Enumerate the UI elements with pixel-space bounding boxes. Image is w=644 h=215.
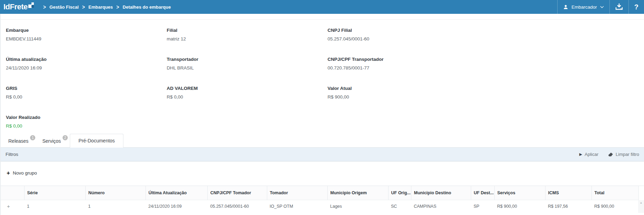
table-row: + 1 1 24/11/2020 16:09 05.257.045/0001-6… (1, 200, 639, 213)
cell-ultima-atualizacao: 24/11/2020 16:09 (146, 200, 207, 213)
tab-label: Releases (8, 138, 28, 144)
field-label: Valor Atual (328, 86, 478, 91)
filters-bar: Filtros ▶ Aplicar Limpar filtro (1, 148, 644, 161)
field-value: DHL BRASIL (167, 65, 317, 71)
breadcrumb-embarques[interactable]: Embarques (88, 4, 113, 10)
field-gris: GRIS R$ 0,00 (1, 81, 161, 110)
column-ultima-atualizacao[interactable]: Última Atualização (146, 186, 207, 200)
table-scrollbar[interactable]: ▲ (638, 200, 644, 213)
field-value: EMBDEV.111449 (6, 36, 156, 41)
column-expand (1, 186, 24, 200)
column-municipio-destino[interactable]: Municipio Destino (411, 186, 471, 200)
new-group-button[interactable]: + Novo grupo (7, 170, 37, 176)
column-servicos[interactable]: Serviços (494, 186, 545, 200)
field-label: Transportador (167, 57, 317, 62)
field-value: 05.257.045/0001-60 (328, 36, 478, 41)
tab-pre-documentos[interactable]: Pré-Documentos (70, 134, 123, 148)
play-icon: ▶ (579, 152, 582, 157)
tab-label: Serviços (42, 138, 61, 144)
field-label: Filial (167, 28, 317, 33)
apply-filter-button[interactable]: ▶ Aplicar (579, 152, 598, 157)
cell-uf-destino: SP (471, 200, 494, 213)
field-value: R$ 900,00 (328, 94, 478, 100)
app-logo[interactable]: IdFrete (3, 0, 34, 14)
plus-icon: + (7, 170, 10, 176)
apply-filter-label: Aplicar (585, 152, 598, 157)
detail-tabs: Releases 1 Serviços 2 Pré-Documentos (1, 134, 644, 148)
shipment-details: Embarque EMBDEV.111449 Filial matriz 12 … (1, 20, 644, 134)
cell-municipio-destino: CAMPINAS (411, 200, 471, 213)
filters-title: Filtros (6, 152, 18, 157)
field-value: R$ 0,00 (167, 94, 317, 100)
chevron-right-icon: > (116, 3, 119, 10)
field-label: Valor Realizado (6, 115, 156, 120)
chevron-right-icon: > (43, 3, 46, 10)
field-label: Última atualização (6, 57, 156, 62)
field-valor-realizado: Valor Realizado R$ 0,00 (1, 110, 161, 134)
clear-filter-button[interactable]: Limpar filtro (608, 152, 639, 157)
chevron-right-icon: > (82, 3, 85, 10)
help-button[interactable]: ? (628, 0, 644, 14)
field-cnpj-cpf-transportador: CNPJ/CPF Transportador 00.720.785/0001-7… (323, 52, 483, 81)
column-cnpj-cpf-tomador[interactable]: CNPJ/CPF Tomador (207, 186, 267, 200)
page-content: Embarque EMBDEV.111449 Filial matriz 12 … (0, 14, 644, 215)
column-total[interactable]: Total (591, 186, 639, 200)
column-icms[interactable]: ICMS (545, 186, 591, 200)
field-valor-atual: Valor Atual R$ 900,00 (323, 81, 483, 110)
breadcrumb: > Gestão Fiscal > Embarques > Detalhes d… (40, 0, 171, 14)
breadcrumb-gestao-fiscal[interactable]: Gestão Fiscal (49, 4, 79, 10)
field-filial: Filial matriz 12 (161, 23, 322, 52)
eraser-icon (608, 152, 613, 157)
user-menu-label: Embarcador (571, 4, 597, 10)
field-label: CNPJ/CPF Transportador (328, 57, 478, 62)
app-logo-text: IdFrete (3, 2, 28, 11)
user-icon (563, 4, 568, 10)
column-numero[interactable]: Número (85, 186, 146, 200)
breadcrumb-detalhes-do-embarque[interactable]: Detalhes do embarque (123, 4, 171, 10)
cell-icms: R$ 197,56 (545, 200, 591, 213)
field-ad-valorem: AD VALOREM R$ 0,00 (161, 81, 322, 110)
download-button[interactable] (609, 0, 628, 14)
cell-servicos: R$ 900,00 (494, 200, 545, 213)
tab-count-badge: 2 (63, 135, 68, 140)
cell-tomador: IO_SP OTM (267, 200, 327, 213)
filter-actions: ▶ Aplicar Limpar filtro (579, 152, 639, 157)
navbar-actions: Embarcador ? (557, 0, 644, 14)
scroll-up-icon: ▲ (640, 201, 643, 204)
tab-count-badge: 1 (30, 135, 35, 140)
tab-servicos[interactable]: Serviços 2 (37, 135, 70, 147)
help-icon: ? (634, 3, 638, 11)
field-ultima-atualizacao: Última atualização 24/11/2020 16:09 (1, 52, 161, 81)
cell-uf-origem: SC (388, 200, 411, 213)
field-embarque: Embarque EMBDEV.111449 (1, 23, 161, 52)
field-value: 00.720.785/0001-77 (328, 65, 478, 71)
header-divider (1, 14, 644, 20)
column-tomador[interactable]: Tomador (267, 186, 327, 200)
cell-cnpj-cpf-tomador: 05.257.045/0001-60 (207, 200, 267, 213)
column-uf-origem[interactable]: UF Orig... (388, 186, 411, 200)
new-group-label: Novo grupo (13, 170, 37, 176)
expand-row-icon[interactable]: + (1, 200, 24, 213)
cell-numero: 1 (85, 200, 146, 213)
field-label: GRIS (6, 86, 156, 91)
table-header-row: Série Número Última Atualização CNPJ/CPF… (1, 186, 639, 200)
cell-serie: 1 (24, 200, 85, 213)
column-municipio-origem[interactable]: Municipio Origem (327, 186, 388, 200)
pre-documents-table: Série Número Última Atualização CNPJ/CPF… (1, 186, 644, 213)
field-label: AD VALOREM (167, 86, 317, 91)
clear-filter-label: Limpar filtro (616, 152, 639, 157)
cell-total: R$ 900,00 (591, 200, 639, 213)
field-value: 24/11/2020 16:09 (6, 65, 156, 71)
tab-releases[interactable]: Releases 1 (3, 135, 37, 147)
filter-group-row: + Novo grupo (1, 161, 644, 186)
user-menu[interactable]: Embarcador (557, 0, 609, 14)
column-serie[interactable]: Série (24, 186, 85, 200)
tab-label: Pré-Documentos (78, 138, 115, 143)
field-label: CNPJ Filial (328, 28, 478, 33)
field-value: matriz 12 (167, 36, 317, 41)
cell-municipio-origem: Lages (327, 200, 388, 213)
field-label: Embarque (6, 28, 156, 33)
field-value-realized: R$ 0,00 (6, 123, 156, 129)
top-navbar: IdFrete > Gestão Fiscal > Embarques > De… (0, 0, 644, 14)
column-uf-destino[interactable]: UF Dest... (471, 186, 494, 200)
